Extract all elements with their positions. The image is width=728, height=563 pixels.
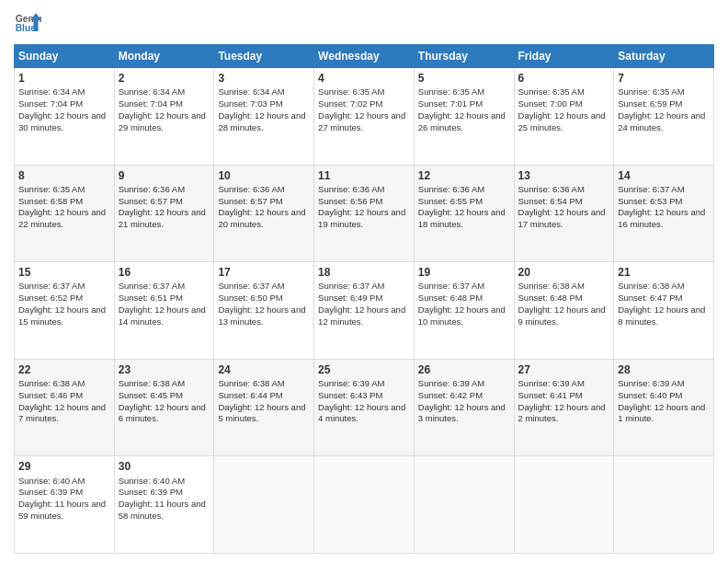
sunset-label: Sunset: 6:39 PM [119,487,183,497]
sunset-label: Sunset: 6:48 PM [418,293,483,303]
logo: General Blue [14,9,41,37]
sunset-label: Sunset: 7:04 PM [18,98,83,109]
daylight-label: Daylight: 12 hours and 18 minutes. [418,207,506,229]
daylight-label: Daylight: 12 hours and 2 minutes. [518,402,606,424]
sunrise-label: Sunrise: 6:35 AM [18,184,85,194]
day-number: 21 [618,265,710,280]
calendar-cell: 1 Sunrise: 6:34 AM Sunset: 7:04 PM Dayli… [15,68,115,166]
calendar-cell: 13 Sunrise: 6:36 AM Sunset: 6:54 PM Dayl… [514,165,614,262]
calendar-cell [214,456,314,554]
sunset-label: Sunset: 6:41 PM [518,390,583,400]
svg-text:Blue: Blue [16,23,37,33]
calendar-cell: 11 Sunrise: 6:36 AM Sunset: 6:56 PM Dayl… [314,165,415,262]
daylight-label: Daylight: 12 hours and 12 minutes. [318,304,405,327]
sunrise-label: Sunrise: 6:37 AM [418,281,484,291]
day-number: 11 [318,168,410,183]
daylight-label: Daylight: 12 hours and 25 minutes. [518,110,606,132]
daylight-label: Daylight: 12 hours and 29 minutes. [119,110,206,132]
daylight-label: Daylight: 12 hours and 4 minutes. [318,402,405,424]
sunrise-label: Sunrise: 6:36 AM [318,184,384,194]
day-of-week-header: Wednesday [314,45,415,68]
calendar-cell: 23 Sunrise: 6:38 AM Sunset: 6:45 PM Dayl… [114,359,214,456]
calendar-cell: 30 Sunrise: 6:40 AM Sunset: 6:39 PM Dayl… [114,456,214,554]
sunset-label: Sunset: 6:47 PM [618,293,682,303]
sunrise-label: Sunrise: 6:37 AM [18,281,85,291]
daylight-label: Daylight: 12 hours and 5 minutes. [218,402,305,424]
sunrise-label: Sunrise: 6:38 AM [518,281,585,291]
calendar-cell: 3 Sunrise: 6:34 AM Sunset: 7:03 PM Dayli… [214,68,314,166]
sunset-label: Sunset: 7:04 PM [119,98,183,109]
sunrise-label: Sunrise: 6:38 AM [218,378,284,388]
sunset-label: Sunset: 6:53 PM [618,196,682,206]
day-number: 1 [18,71,110,86]
calendar-cell: 19 Sunrise: 6:37 AM Sunset: 6:48 PM Dayl… [414,262,514,360]
sunrise-label: Sunrise: 6:36 AM [418,184,484,194]
day-number: 13 [518,168,610,183]
sunset-label: Sunset: 6:57 PM [119,196,183,206]
calendar-cell: 7 Sunrise: 6:35 AM Sunset: 6:59 PM Dayli… [614,68,714,166]
daylight-label: Daylight: 11 hours and 59 minutes. [18,499,106,521]
day-number: 6 [518,71,610,86]
calendar-week-row: 29 Sunrise: 6:40 AM Sunset: 6:39 PM Dayl… [15,456,714,554]
sunrise-label: Sunrise: 6:36 AM [518,184,585,194]
day-number: 16 [119,265,210,280]
day-number: 8 [18,168,110,183]
day-number: 17 [218,265,310,280]
day-number: 26 [418,362,510,377]
sunset-label: Sunset: 6:40 PM [618,390,682,400]
day-number: 19 [418,265,510,280]
sunrise-label: Sunrise: 6:37 AM [119,281,185,291]
sunrise-label: Sunrise: 6:37 AM [618,184,684,194]
day-of-week-header: Tuesday [214,45,314,68]
day-number: 25 [318,362,410,377]
calendar-cell: 26 Sunrise: 6:39 AM Sunset: 6:42 PM Dayl… [414,359,514,456]
calendar-cell: 25 Sunrise: 6:39 AM Sunset: 6:43 PM Dayl… [314,359,415,456]
sunset-label: Sunset: 6:55 PM [418,196,483,206]
sunset-label: Sunset: 6:48 PM [518,293,583,303]
day-of-week-header: Thursday [414,45,514,68]
daylight-label: Daylight: 12 hours and 13 minutes. [218,304,305,327]
day-number: 24 [218,362,310,377]
sunset-label: Sunset: 6:51 PM [119,293,183,303]
calendar-cell: 12 Sunrise: 6:36 AM Sunset: 6:55 PM Dayl… [414,165,514,262]
sunset-label: Sunset: 6:44 PM [218,390,282,400]
day-of-week-header: Friday [514,45,614,68]
daylight-label: Daylight: 12 hours and 15 minutes. [18,304,106,327]
day-number: 2 [119,71,210,86]
calendar-body: 1 Sunrise: 6:34 AM Sunset: 7:04 PM Dayli… [15,68,714,554]
day-number: 18 [318,265,410,280]
daylight-label: Daylight: 12 hours and 17 minutes. [518,207,606,229]
day-number: 28 [618,362,710,377]
calendar-cell: 4 Sunrise: 6:35 AM Sunset: 7:02 PM Dayli… [314,68,415,166]
calendar-cell: 29 Sunrise: 6:40 AM Sunset: 6:39 PM Dayl… [15,456,115,554]
sunrise-label: Sunrise: 6:40 AM [18,476,85,486]
calendar-cell: 5 Sunrise: 6:35 AM Sunset: 7:01 PM Dayli… [414,68,514,166]
daylight-label: Daylight: 12 hours and 28 minutes. [218,110,305,132]
calendar-cell: 27 Sunrise: 6:39 AM Sunset: 6:41 PM Dayl… [514,359,614,456]
calendar-header-row: SundayMondayTuesdayWednesdayThursdayFrid… [15,45,714,68]
calendar-cell: 6 Sunrise: 6:35 AM Sunset: 7:00 PM Dayli… [514,68,614,166]
calendar-week-row: 1 Sunrise: 6:34 AM Sunset: 7:04 PM Dayli… [15,68,714,166]
sunrise-label: Sunrise: 6:39 AM [518,378,585,388]
sunset-label: Sunset: 6:49 PM [318,293,382,303]
sunrise-label: Sunrise: 6:34 AM [119,86,185,97]
daylight-label: Daylight: 12 hours and 30 minutes. [18,110,106,132]
sunrise-label: Sunrise: 6:38 AM [18,378,85,388]
daylight-label: Daylight: 12 hours and 26 minutes. [418,110,506,132]
sunrise-label: Sunrise: 6:34 AM [218,86,284,97]
day-number: 27 [518,362,610,377]
daylight-label: Daylight: 12 hours and 9 minutes. [518,304,606,327]
sunrise-label: Sunrise: 6:36 AM [119,184,185,194]
day-number: 7 [618,71,710,86]
sunset-label: Sunset: 6:50 PM [218,293,282,303]
day-of-week-header: Sunday [15,45,115,68]
sunrise-label: Sunrise: 6:39 AM [318,378,384,388]
calendar-cell: 17 Sunrise: 6:37 AM Sunset: 6:50 PM Dayl… [214,262,314,360]
day-number: 5 [418,71,510,86]
daylight-label: Daylight: 12 hours and 6 minutes. [119,402,206,424]
sunrise-label: Sunrise: 6:37 AM [218,281,284,291]
day-number: 22 [18,362,110,377]
calendar-cell [314,456,415,554]
header: General Blue [14,9,714,37]
sunrise-label: Sunrise: 6:36 AM [218,184,284,194]
